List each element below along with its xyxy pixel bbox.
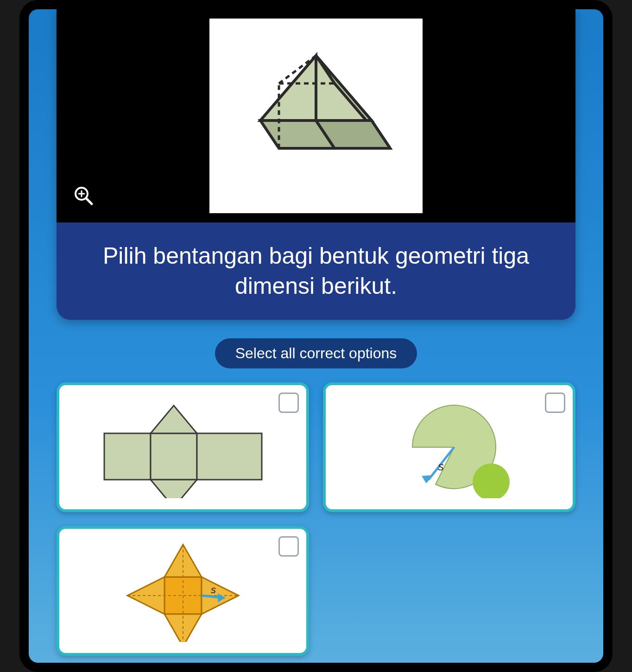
triangular-prism-net-icon <box>86 396 280 498</box>
svg-marker-16 <box>151 406 197 433</box>
square-pyramid-net-icon: s <box>86 540 280 642</box>
option-card-3[interactable]: s <box>57 526 309 656</box>
svg-text:s: s <box>211 584 216 596</box>
quiz-screen: Pilih bentangan bagi bentuk geometri tig… <box>29 9 603 663</box>
svg-rect-15 <box>197 433 262 480</box>
cone-net-icon: s <box>352 396 547 498</box>
svg-line-10 <box>86 198 92 204</box>
option-card-2[interactable]: s <box>323 382 575 512</box>
question-card: Pilih bentangan bagi bentuk geometri tig… <box>57 9 575 320</box>
svg-rect-13 <box>104 433 151 480</box>
svg-marker-18 <box>422 475 433 483</box>
question-text: Pilih bentangan bagi bentuk geometri tig… <box>57 222 575 301</box>
question-image <box>209 19 423 213</box>
phone-frame: Pilih bentangan bagi bentuk geometri tig… <box>19 0 613 672</box>
svg-marker-17 <box>151 480 197 498</box>
option-checkbox-2[interactable] <box>545 393 565 413</box>
zoom-in-icon <box>73 185 94 206</box>
question-image-area <box>57 9 575 222</box>
svg-rect-14 <box>151 433 197 480</box>
prism-3d-icon <box>233 37 399 195</box>
options-grid: s s <box>29 382 603 663</box>
option-checkbox-1[interactable] <box>278 393 299 413</box>
instruction-pill: Select all correct options <box>215 338 417 368</box>
option-checkbox-3[interactable] <box>278 536 299 557</box>
zoom-in-button[interactable] <box>70 183 96 209</box>
svg-text:s: s <box>438 459 444 473</box>
option-card-1[interactable] <box>57 382 309 512</box>
svg-marker-1 <box>260 56 316 120</box>
